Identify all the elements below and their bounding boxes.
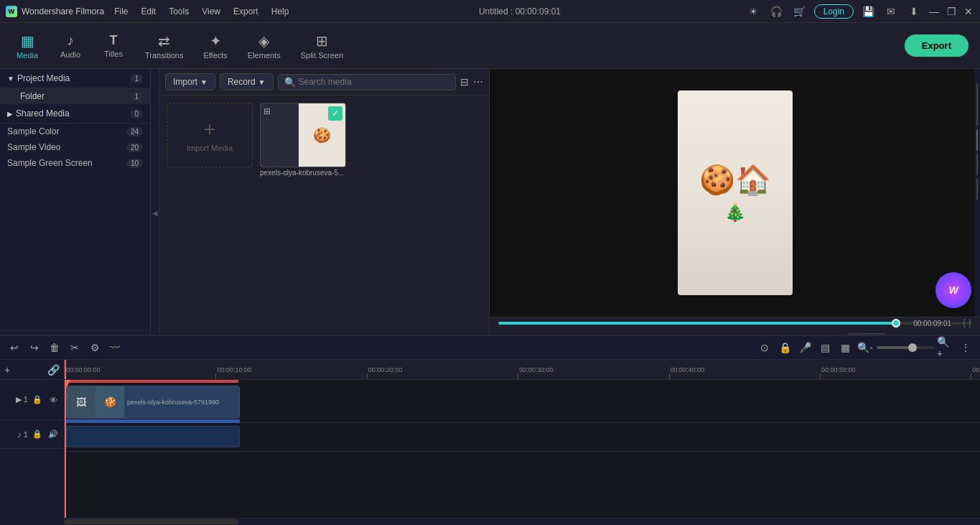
bracket-right: } bbox=[969, 317, 971, 327]
project-media-header[interactable]: ▼ Project Media 1 bbox=[0, 69, 150, 88]
menu-file[interactable]: File bbox=[108, 5, 134, 18]
captions-icon[interactable]: ▦ bbox=[836, 339, 854, 356]
save-icon[interactable]: 💾 bbox=[859, 3, 877, 20]
close-button[interactable]: ✕ bbox=[963, 6, 974, 17]
media-clip-name: pexels-olya-kobruseva-5... bbox=[260, 169, 346, 177]
tab-audio[interactable]: ♪ Audio bbox=[49, 29, 92, 62]
lock-audio-button[interactable]: 🔒 bbox=[31, 428, 44, 441]
shared-media-section: ▶ Shared Media 0 bbox=[0, 104, 150, 124]
tab-transitions[interactable]: ⇄ Transitions bbox=[135, 29, 193, 62]
lock-track-button[interactable]: 🔒 bbox=[31, 394, 44, 406]
zoom-in-icon[interactable]: 🔍+ bbox=[937, 339, 954, 356]
audio-track-label: ♪ 1 🔒 🔊 bbox=[0, 420, 64, 449]
restore-button[interactable]: ❐ bbox=[946, 6, 957, 17]
timeline-scrollbar-thumb[interactable] bbox=[65, 519, 238, 524]
media-toolbar: Import ▼ Record ▼ 🔍 ⊟ ⋯ bbox=[159, 69, 489, 96]
eye-track-button[interactable]: 👁 bbox=[47, 394, 60, 406]
tab-media[interactable]: ▦ Media bbox=[6, 29, 49, 62]
track-number-video: ▶ 1 bbox=[16, 395, 28, 404]
video-clip[interactable]: 🖼 🍪 pexels-olya-kobruseva-5791990 bbox=[66, 386, 240, 419]
project-title: Untitled : 00:00:09:01 bbox=[479, 6, 561, 17]
folder-item[interactable]: Folder 1 bbox=[0, 88, 150, 104]
timeline-zoom-slider[interactable] bbox=[877, 346, 934, 349]
left-panel: ▼ Project Media 1 Folder 1 ▶ Shared Medi… bbox=[0, 69, 151, 356]
app-logo: W bbox=[6, 6, 17, 17]
effects-icon: ✦ bbox=[210, 32, 222, 50]
audio-track bbox=[65, 423, 980, 452]
delete-button[interactable]: 🗑 bbox=[46, 339, 63, 356]
panel-collapse-button[interactable]: ◀ bbox=[151, 69, 159, 356]
titlebar: W Wondershare Filmora File Edit Tools Vi… bbox=[0, 0, 980, 23]
sample-video-item[interactable]: Sample Video 20 bbox=[0, 139, 150, 155]
zoom-out-icon[interactable]: 🔍- bbox=[857, 339, 874, 356]
audio-waves-button[interactable]: 〰 bbox=[106, 339, 123, 356]
preview-video: 🍪🏠 🎄 W bbox=[490, 69, 980, 317]
snap-icon[interactable]: ⊙ bbox=[756, 339, 773, 356]
grid-view-icon: ⊞ bbox=[263, 106, 271, 116]
tab-splitscreen[interactable]: ⊞ Split Screen bbox=[291, 29, 353, 62]
import-media-placeholder[interactable]: + Import Media bbox=[167, 103, 253, 167]
menu-tools[interactable]: Tools bbox=[163, 5, 195, 18]
media-icon: ▦ bbox=[21, 32, 34, 50]
sample-color-section: Sample Color 24 bbox=[0, 124, 150, 139]
filter-icon[interactable]: ⊟ bbox=[460, 76, 469, 88]
import-dropdown-icon: ▼ bbox=[200, 78, 207, 86]
chevron-down-icon: ▼ bbox=[7, 75, 14, 83]
scissors-icon: ✂ bbox=[65, 391, 68, 402]
lock-icon[interactable]: 🔒 bbox=[776, 339, 793, 356]
tab-titles[interactable]: T Titles bbox=[92, 30, 135, 61]
tab-elements[interactable]: ◈ Elements bbox=[238, 29, 291, 62]
link-icon[interactable]: 🔗 bbox=[47, 364, 60, 376]
splitscreen-icon: ⊞ bbox=[316, 32, 328, 50]
plus-icon: + bbox=[204, 118, 215, 141]
media-content: + Import Media 🍪 ⊞ ✓ bbox=[159, 96, 489, 356]
record-button[interactable]: Record ▼ bbox=[220, 73, 274, 90]
sample-green-screen-item[interactable]: Sample Green Screen 10 bbox=[0, 155, 150, 171]
undo-button[interactable]: ↩ bbox=[6, 339, 23, 356]
minimize-button[interactable]: — bbox=[928, 6, 940, 17]
progress-bar[interactable] bbox=[498, 322, 971, 325]
titles-icon: T bbox=[110, 33, 118, 48]
shared-media-header[interactable]: ▶ Shared Media 0 bbox=[0, 104, 150, 124]
cut-button[interactable]: ✂ bbox=[66, 339, 83, 356]
menu-bar: File Edit Tools View Export Help bbox=[108, 5, 294, 18]
timeline: ↩ ↪ 🗑 ✂ ⚙ 〰 ⊙ 🔒 🎤 ▤ ▦ 🔍- 🔍+ ⋮ bbox=[0, 335, 980, 525]
media-clip-item[interactable]: 🍪 ⊞ ✓ pexels-olya-kobruseva-5... bbox=[260, 103, 346, 177]
cart-icon[interactable]: 🛒 bbox=[791, 3, 808, 20]
mic-icon[interactable]: 🎤 bbox=[796, 339, 813, 356]
timeline-right-controls: ⊙ 🔒 🎤 ▤ ▦ 🔍- 🔍+ ⋮ bbox=[756, 339, 974, 356]
headphones-icon[interactable]: 🎧 bbox=[768, 3, 785, 20]
menu-export[interactable]: Export bbox=[228, 5, 264, 18]
login-button[interactable]: Login bbox=[814, 4, 854, 19]
record-dropdown-icon: ▼ bbox=[258, 78, 266, 86]
settings-button[interactable]: ⚙ bbox=[86, 339, 103, 356]
menu-view[interactable]: View bbox=[196, 5, 226, 18]
preview-right-panel bbox=[974, 69, 980, 317]
bracket-left: { bbox=[963, 317, 966, 327]
export-button[interactable]: Export bbox=[905, 34, 969, 57]
mute-audio-button[interactable]: 🔊 bbox=[47, 428, 60, 441]
app-name: Wondershare Filmora bbox=[22, 6, 104, 17]
menu-help[interactable]: Help bbox=[266, 5, 295, 18]
sun-icon[interactable]: ☀ bbox=[745, 3, 762, 20]
import-button[interactable]: Import ▼ bbox=[165, 73, 215, 90]
more-options-icon[interactable]: ⋮ bbox=[957, 339, 974, 356]
redo-button[interactable]: ↪ bbox=[26, 339, 43, 356]
elements-icon: ◈ bbox=[258, 32, 269, 50]
subtitles-icon[interactable]: ▤ bbox=[816, 339, 834, 356]
timeline-tracks: ✂ 🖼 🍪 pexels-olya-kobruseva-5791990 bbox=[65, 380, 980, 518]
download-icon[interactable]: ⬇ bbox=[905, 3, 923, 20]
audio-clip[interactable] bbox=[66, 426, 240, 447]
timeline-scrollbar[interactable] bbox=[65, 518, 980, 525]
video-clip-range-bar bbox=[65, 380, 238, 383]
tab-effects[interactable]: ✦ Effects bbox=[193, 29, 237, 62]
clip-label: pexels-olya-kobruseva-5791990 bbox=[127, 399, 219, 406]
progress-fill bbox=[498, 322, 900, 325]
grid-options-icon[interactable]: ⋯ bbox=[473, 76, 483, 88]
menu-edit[interactable]: Edit bbox=[136, 5, 162, 18]
add-track-icon[interactable]: + bbox=[4, 364, 10, 376]
search-input[interactable] bbox=[299, 77, 449, 87]
sample-color-item[interactable]: Sample Color 24 bbox=[0, 124, 150, 139]
video-track: 🖼 🍪 pexels-olya-kobruseva-5791990 bbox=[65, 380, 980, 423]
message-icon[interactable]: ✉ bbox=[882, 3, 900, 20]
